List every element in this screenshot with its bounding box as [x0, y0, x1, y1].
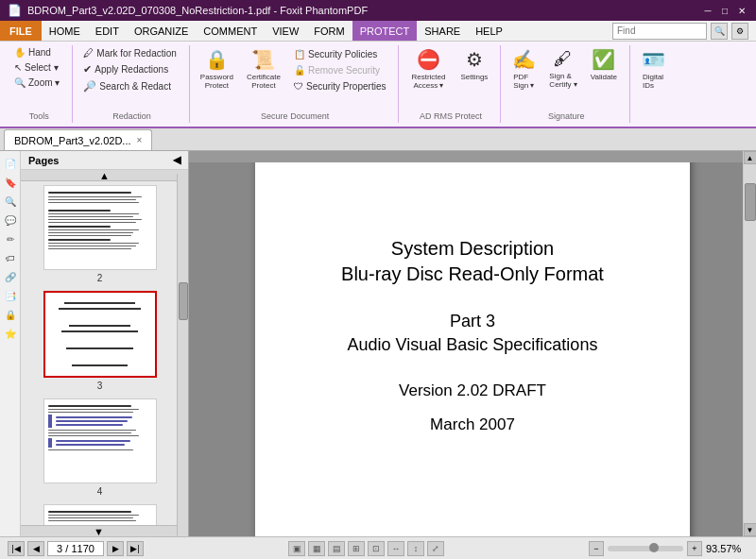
- security-policies-button[interactable]: 📋 Security Policies: [289, 47, 390, 61]
- page-2-content: [48, 190, 152, 265]
- status-icon-7[interactable]: ↕: [407, 541, 424, 556]
- minimize-button[interactable]: ─: [701, 4, 714, 17]
- menu-comment[interactable]: COMMENT: [196, 21, 265, 41]
- panel-icon-9[interactable]: 🔒: [2, 306, 19, 323]
- page-3-thumb[interactable]: [43, 291, 157, 378]
- rms-group-label: AD RMS Protect: [401, 111, 500, 121]
- certificate-protect-button[interactable]: 📜 CertificateProtect: [242, 45, 285, 93]
- pdf-sign-button[interactable]: ✍ PDFSign ▾: [507, 45, 541, 93]
- sidebar-header: Pages ◀: [21, 151, 188, 170]
- password-icon: 🔒: [205, 48, 229, 71]
- menu-organize[interactable]: ORGANIZE: [127, 21, 196, 41]
- page-4-content: [48, 403, 152, 479]
- status-icon-5[interactable]: ⊡: [368, 541, 385, 556]
- zoom-tool-button[interactable]: 🔍 Zoom ▾: [9, 76, 64, 90]
- status-icon-2[interactable]: ▦: [308, 541, 325, 556]
- sign-certify-button[interactable]: 🖋 Sign &Certify ▾: [544, 45, 581, 92]
- zoom-out-button[interactable]: −: [589, 541, 604, 556]
- panel-icon-8[interactable]: 📑: [2, 287, 19, 304]
- settings-button[interactable]: ⚙: [731, 23, 748, 40]
- tab-close-button[interactable]: ×: [137, 135, 143, 145]
- scroll-down-button[interactable]: ▼: [744, 523, 757, 536]
- select-tool-button[interactable]: ↖ Select ▾: [9, 60, 63, 75]
- validate-button[interactable]: ✅ Validate: [586, 45, 622, 84]
- security-properties-icon: 🛡: [294, 81, 303, 92]
- app-icon: 📄: [8, 4, 22, 17]
- remove-security-icon: 🔓: [294, 65, 305, 76]
- status-icon-6[interactable]: ↔: [387, 541, 404, 556]
- status-icon-4[interactable]: ⊞: [348, 541, 365, 556]
- security-policies-icon: 📋: [294, 49, 305, 59]
- page-2-thumb[interactable]: [43, 185, 157, 270]
- password-protect-button[interactable]: 🔒 PasswordProtect: [196, 45, 238, 93]
- doc-line3: Part 3: [341, 312, 604, 331]
- remove-security-button[interactable]: 🔓 Remove Security: [289, 63, 390, 77]
- panel-icon-10[interactable]: ⭐: [2, 325, 19, 342]
- menu-home[interactable]: HOME: [42, 21, 88, 41]
- scroll-up-button[interactable]: ▲: [744, 151, 757, 164]
- main-layout: 📄 🔖 🔍 💬 ✏ 🏷 🔗 📑 🔒 ⭐ Pages ◀ ▲: [0, 151, 756, 536]
- menu-protect[interactable]: PROTECT: [352, 21, 418, 41]
- restricted-access-button[interactable]: ⛔ RestrictedAccess ▾: [404, 45, 452, 93]
- page-4-thumb[interactable]: [43, 398, 157, 483]
- status-icon-3[interactable]: ▤: [328, 541, 345, 556]
- sidebar-scrollbar: [177, 174, 188, 536]
- window-title: BDROM_Part3_v2.02D_070308_NoRestriction-…: [27, 5, 368, 16]
- page-2-label: 2: [97, 273, 103, 283]
- scroll-track: [744, 164, 757, 523]
- sidebar-scroll-down[interactable]: ▼: [21, 525, 177, 536]
- security-properties-button[interactable]: 🛡 Security Properties: [289, 79, 390, 93]
- apply-redactions-button[interactable]: ✔ Apply Redactions: [78, 61, 173, 77]
- scroll-thumb[interactable]: [745, 183, 756, 221]
- hand-icon: ✋: [14, 47, 26, 58]
- status-icon-8[interactable]: ⤢: [427, 541, 444, 556]
- menu-edit[interactable]: EDIT: [88, 21, 127, 41]
- prev-page-button[interactable]: ◀: [27, 541, 44, 556]
- hand-tool-button[interactable]: ✋ Hand: [9, 45, 56, 59]
- panel-icon-7[interactable]: 🔗: [2, 268, 19, 285]
- panel-icon-2[interactable]: 🔖: [2, 174, 19, 191]
- zoom-in-button[interactable]: +: [687, 541, 702, 556]
- first-page-button[interactable]: |◀: [8, 541, 25, 556]
- select-icon: ↖: [14, 62, 22, 73]
- next-page-button[interactable]: ▶: [107, 541, 124, 556]
- page-input[interactable]: [47, 541, 104, 556]
- menu-view[interactable]: VIEW: [265, 21, 306, 41]
- zoom-level: 93.57%: [706, 543, 748, 554]
- last-page-button[interactable]: ▶|: [127, 541, 144, 556]
- apply-icon: ✔: [83, 63, 92, 76]
- maximize-button[interactable]: □: [718, 4, 731, 17]
- sidebar-collapse-button[interactable]: ◀: [173, 154, 180, 166]
- status-icon-1[interactable]: ▣: [288, 541, 305, 556]
- panel-icon-6[interactable]: 🏷: [2, 249, 19, 266]
- doc-line1: System Description: [341, 238, 604, 260]
- menu-bar: FILE HOME EDIT ORGANIZE COMMENT VIEW FOR…: [0, 21, 756, 42]
- ribbon-group-rms: ⛔ RestrictedAccess ▾ ⚙ Settings AD RMS P…: [401, 45, 501, 123]
- signature-group-label: Signature: [503, 111, 629, 121]
- search-input[interactable]: [612, 23, 707, 40]
- ribbon-group-digital: 🪪 DigitalIDs: [632, 45, 679, 123]
- close-button[interactable]: ✕: [735, 4, 748, 17]
- panel-icon-1[interactable]: 📄: [2, 155, 19, 172]
- doc-version: Version 2.02 DRAFT: [341, 381, 604, 400]
- doc-line4: Audio Visual Basic Specifications: [341, 335, 604, 355]
- digital-ids-button[interactable]: 🪪 DigitalIDs: [636, 45, 670, 93]
- panel-icon-4[interactable]: 💬: [2, 212, 19, 229]
- sidebar-content: 2: [21, 181, 188, 536]
- find-button[interactable]: 🔍: [711, 23, 728, 40]
- menu-help[interactable]: HELP: [468, 21, 510, 41]
- sidebar-scrollbar-thumb[interactable]: [179, 282, 188, 320]
- zoom-slider-thumb[interactable]: [649, 543, 659, 552]
- mark-redaction-button[interactable]: 🖊 Mark for Redaction: [78, 45, 180, 60]
- rms-settings-button[interactable]: ⚙ Settings: [455, 45, 492, 84]
- panel-icon-5[interactable]: ✏: [2, 230, 19, 247]
- document-tab[interactable]: BDROM_Part3_v2.02D... ×: [4, 129, 152, 150]
- menu-file[interactable]: FILE: [0, 21, 42, 41]
- zoom-slider-track: [608, 546, 683, 551]
- search-redact-button[interactable]: 🔎 Search & Redact: [78, 78, 176, 94]
- panel-icon-3[interactable]: 🔍: [2, 193, 19, 210]
- sidebar-scroll-up[interactable]: ▲: [21, 170, 188, 181]
- menu-share[interactable]: SHARE: [417, 21, 468, 41]
- menu-form[interactable]: FORM: [306, 21, 352, 41]
- secure-group-label: Secure Document: [192, 111, 399, 121]
